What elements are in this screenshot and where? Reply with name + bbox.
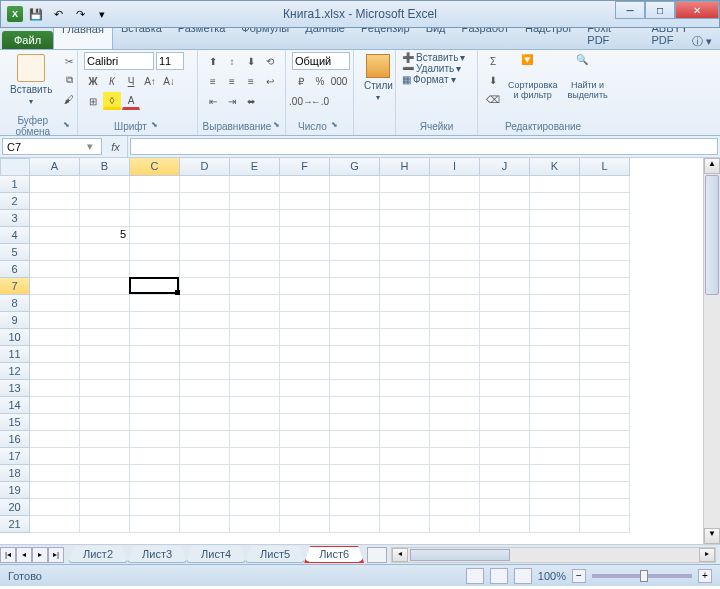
cell-B9[interactable] [80,312,130,329]
font-launcher-icon[interactable]: ⬊ [149,120,161,132]
cell-I20[interactable] [430,499,480,516]
row-header-13[interactable]: 13 [0,380,30,397]
cell-G3[interactable] [330,210,380,227]
cell-C4[interactable] [130,227,180,244]
row-header-4[interactable]: 4 [0,227,30,244]
cell-D18[interactable] [180,465,230,482]
cell-E3[interactable] [230,210,280,227]
cell-A15[interactable] [30,414,80,431]
cell-A7[interactable] [30,278,80,295]
font-color-icon[interactable]: A [122,92,140,110]
cell-E5[interactable] [230,244,280,261]
cell-F5[interactable] [280,244,330,261]
column-header-B[interactable]: B [80,158,130,176]
wrap-text-icon[interactable]: ↩ [261,72,279,90]
cell-C9[interactable] [130,312,180,329]
cell-B12[interactable] [80,363,130,380]
cell-J6[interactable] [480,261,530,278]
cell-L20[interactable] [580,499,630,516]
cell-A16[interactable] [30,431,80,448]
row-header-19[interactable]: 19 [0,482,30,499]
column-header-K[interactable]: K [530,158,580,176]
font-family-dropdown[interactable] [84,52,154,70]
cell-K18[interactable] [530,465,580,482]
cell-I7[interactable] [430,278,480,295]
cell-E2[interactable] [230,193,280,210]
cell-A5[interactable] [30,244,80,261]
cell-C7[interactable] [130,278,180,295]
cell-D4[interactable] [180,227,230,244]
cell-C19[interactable] [130,482,180,499]
cell-K14[interactable] [530,397,580,414]
paste-button[interactable]: Вставить ▾ [6,52,56,108]
clear-icon[interactable]: ⌫ [484,90,502,108]
row-header-1[interactable]: 1 [0,176,30,193]
vertical-scrollbar[interactable]: ▲ ▼ [703,158,720,544]
font-size-dropdown[interactable] [156,52,184,70]
cell-B21[interactable] [80,516,130,533]
cell-L6[interactable] [580,261,630,278]
cell-A9[interactable] [30,312,80,329]
cell-H6[interactable] [380,261,430,278]
row-header-12[interactable]: 12 [0,363,30,380]
cell-E12[interactable] [230,363,280,380]
cell-C3[interactable] [130,210,180,227]
cell-F17[interactable] [280,448,330,465]
cell-C14[interactable] [130,397,180,414]
cell-G4[interactable] [330,227,380,244]
cell-J8[interactable] [480,295,530,312]
delete-cells-button[interactable]: ➖Удалить ▾ [402,63,461,74]
cell-D20[interactable] [180,499,230,516]
cell-G1[interactable] [330,176,380,193]
cell-G2[interactable] [330,193,380,210]
cell-L7[interactable] [580,278,630,295]
close-button[interactable]: ✕ [675,1,719,19]
cell-J1[interactable] [480,176,530,193]
cell-L16[interactable] [580,431,630,448]
name-box[interactable]: C7 ▾ [2,138,102,155]
cell-G11[interactable] [330,346,380,363]
cell-K2[interactable] [530,193,580,210]
cell-L11[interactable] [580,346,630,363]
copy-icon[interactable]: ⧉ [60,71,78,89]
cell-F2[interactable] [280,193,330,210]
horizontal-scrollbar[interactable]: ◂ ▸ [391,547,716,563]
cell-H15[interactable] [380,414,430,431]
cell-D12[interactable] [180,363,230,380]
cell-K12[interactable] [530,363,580,380]
cell-I18[interactable] [430,465,480,482]
help-icon[interactable]: ⓘ ▾ [692,34,712,49]
undo-icon[interactable]: ↶ [49,5,67,23]
cell-J4[interactable] [480,227,530,244]
column-header-E[interactable]: E [230,158,280,176]
cell-K1[interactable] [530,176,580,193]
percent-icon[interactable]: % [311,72,329,90]
qat-customize-icon[interactable]: ▾ [93,5,111,23]
cell-B18[interactable] [80,465,130,482]
row-header-3[interactable]: 3 [0,210,30,227]
cell-I21[interactable] [430,516,480,533]
sort-filter-button[interactable]: 🔽 Сортировка и фильтр [504,52,561,102]
cell-J5[interactable] [480,244,530,261]
bold-button[interactable]: Ж [84,72,102,90]
cell-E1[interactable] [230,176,280,193]
cell-C21[interactable] [130,516,180,533]
cell-I10[interactable] [430,329,480,346]
cell-F10[interactable] [280,329,330,346]
cell-B7[interactable] [80,278,130,295]
redo-icon[interactable]: ↷ [71,5,89,23]
cell-C8[interactable] [130,295,180,312]
cell-J10[interactable] [480,329,530,346]
cell-D13[interactable] [180,380,230,397]
cell-E21[interactable] [230,516,280,533]
align-bottom-icon[interactable]: ⬇ [242,52,260,70]
cell-K15[interactable] [530,414,580,431]
format-painter-icon[interactable]: 🖌 [60,90,78,108]
cell-L12[interactable] [580,363,630,380]
cell-K19[interactable] [530,482,580,499]
cell-E13[interactable] [230,380,280,397]
cell-E7[interactable] [230,278,280,295]
cell-B2[interactable] [80,193,130,210]
cell-J20[interactable] [480,499,530,516]
cell-L10[interactable] [580,329,630,346]
